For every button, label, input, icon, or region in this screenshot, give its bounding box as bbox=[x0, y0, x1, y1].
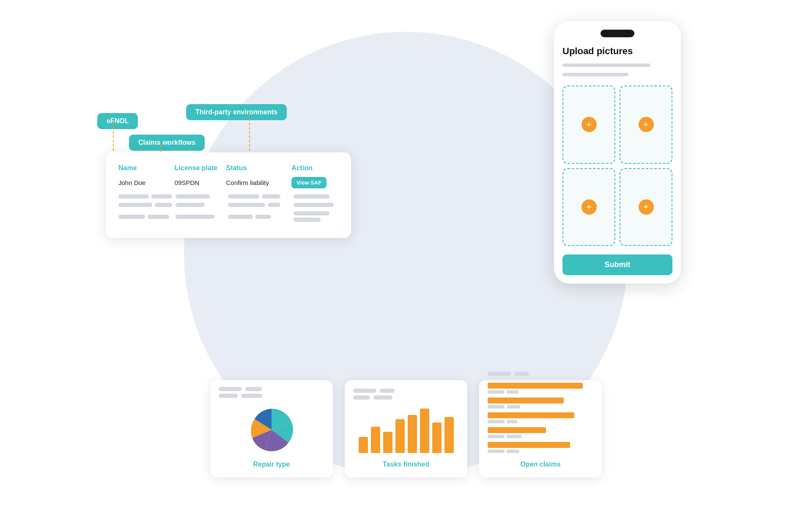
upload-plus-3[interactable]: + bbox=[582, 199, 597, 215]
cell-plate: 09SPDN bbox=[175, 179, 226, 186]
phone-mockup: Upload pictures + + + + bbox=[554, 21, 681, 284]
tag-thirdparty: Third-party environments bbox=[186, 104, 287, 120]
table-row: John Doe 09SPDN Confirm liability View S… bbox=[118, 177, 338, 188]
bar-7 bbox=[432, 422, 442, 453]
upload-cell-3[interactable]: + bbox=[562, 168, 615, 246]
phone-skeleton-line-1 bbox=[562, 64, 650, 67]
cell-action: View SAF bbox=[291, 177, 338, 188]
upload-plus-2[interactable]: + bbox=[639, 117, 654, 132]
skeleton-row-2 bbox=[118, 203, 338, 207]
hbar-row-4 bbox=[488, 427, 593, 438]
phone-skeleton-line-2 bbox=[562, 73, 628, 76]
pie-chart bbox=[248, 406, 295, 453]
skeleton-row-1 bbox=[118, 194, 338, 199]
tag-efnol: eFNOL bbox=[97, 113, 138, 129]
open-claims-card: Open claims bbox=[479, 380, 602, 478]
col-header-name: Name bbox=[118, 164, 175, 172]
upload-cell-2[interactable]: + bbox=[620, 86, 672, 164]
bar-chart bbox=[359, 406, 454, 453]
tasks-finished-card: Tasks finished bbox=[345, 380, 467, 478]
hbar-row-2 bbox=[488, 398, 593, 409]
upload-cell-1[interactable]: + bbox=[562, 86, 615, 164]
tasks-finished-label: Tasks finished bbox=[383, 461, 429, 468]
col-header-plate: License plate bbox=[175, 164, 226, 172]
bar-5 bbox=[408, 415, 417, 453]
hbar-5 bbox=[488, 442, 570, 448]
bar-3 bbox=[383, 432, 392, 453]
repair-type-label: Repair type bbox=[253, 461, 290, 468]
bar-6 bbox=[420, 409, 429, 453]
submit-button[interactable]: Submit bbox=[562, 254, 672, 275]
upload-plus-4[interactable]: + bbox=[639, 199, 654, 215]
bottom-cards: Repair type Tasks finished bbox=[210, 380, 602, 478]
table-card: Name License plate Status Action John Do… bbox=[106, 152, 351, 238]
table-header: Name License plate Status Action bbox=[118, 164, 338, 172]
upload-cell-4[interactable]: + bbox=[620, 168, 672, 246]
hbar-3 bbox=[488, 412, 574, 418]
col-header-status: Status bbox=[226, 164, 291, 172]
col-header-action: Action bbox=[291, 164, 338, 172]
scene: eFNOL Claims workflows Third-party envir… bbox=[0, 0, 812, 508]
upload-plus-1[interactable]: + bbox=[582, 117, 597, 132]
hbar-2 bbox=[488, 398, 564, 403]
bar-1 bbox=[359, 437, 368, 453]
hbar-1 bbox=[488, 383, 583, 389]
cell-name: John Doe bbox=[118, 179, 175, 186]
hbar-row-3 bbox=[488, 412, 593, 423]
hbar-chart bbox=[488, 383, 593, 453]
phone-notch bbox=[601, 30, 634, 37]
phone-title: Upload pictures bbox=[562, 46, 672, 57]
open-claims-label: Open claims bbox=[520, 461, 560, 468]
bar-2 bbox=[371, 427, 380, 453]
tag-workflows: Claims workflows bbox=[129, 135, 205, 151]
hbar-row-1 bbox=[488, 383, 593, 394]
view-saf-button[interactable]: View SAF bbox=[291, 177, 326, 188]
skeleton-row-3 bbox=[118, 211, 338, 222]
repair-type-card: Repair type bbox=[210, 380, 333, 478]
cell-status: Confirm liability bbox=[226, 179, 291, 186]
bar-8 bbox=[444, 417, 454, 453]
hbar-row-5 bbox=[488, 442, 593, 453]
bar-4 bbox=[395, 419, 405, 453]
upload-grid: + + + + bbox=[562, 86, 672, 246]
hbar-4 bbox=[488, 427, 546, 433]
